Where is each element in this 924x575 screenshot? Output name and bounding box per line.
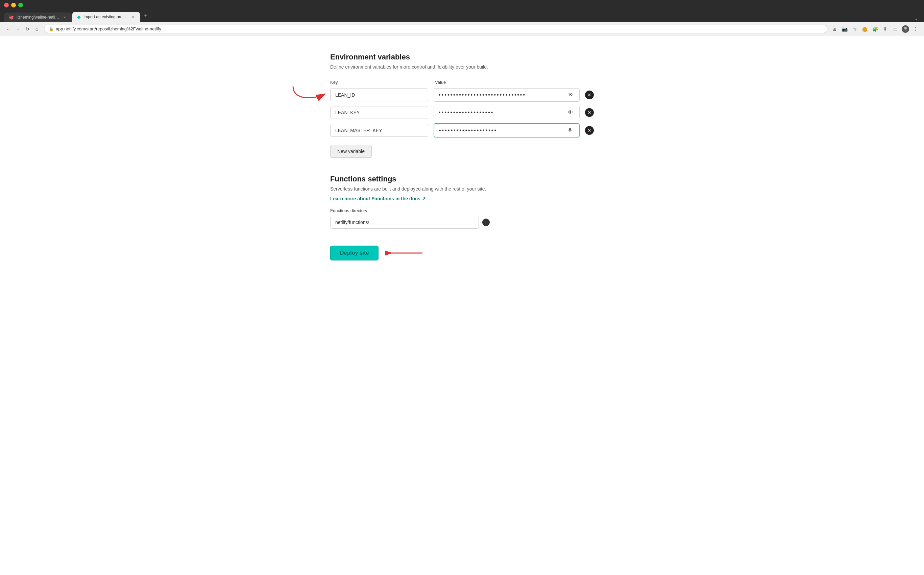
close-button[interactable] (4, 3, 9, 8)
tabs-bar: 🐙 lizheming/waline-netlify: An W ✕ ◆ Imp… (4, 10, 920, 22)
functions-section-title: Functions settings (330, 175, 594, 183)
chrome-icon[interactable]: ⬤ (861, 25, 868, 33)
env-row-3: •••••••••••••••••••• 👁 ✕ (330, 123, 594, 138)
env-section-desc: Define environment variables for more co… (330, 64, 594, 70)
env-column-headers: Key Value (330, 80, 594, 85)
new-tab-button[interactable]: + (141, 10, 151, 22)
avatar-icon[interactable]: 无 (902, 25, 909, 33)
star-icon[interactable]: ☆ (851, 25, 859, 33)
arrow-indicator-1: •••••••••••••••••••••••••••••• 👁 ✕ •••••… (330, 88, 594, 138)
env-key-input-1[interactable] (330, 89, 428, 102)
env-val-dots-3: •••••••••••••••••••• (439, 127, 566, 133)
new-variable-button[interactable]: New variable (330, 145, 372, 158)
maximize-button[interactable] (18, 3, 23, 8)
functions-settings-section: Functions settings Serverless functions … (330, 175, 594, 229)
functions-docs-link[interactable]: Learn more about Functions in the docs ↗ (330, 196, 426, 201)
camera-off-icon[interactable]: 📷 (841, 25, 848, 33)
tab-active[interactable]: ◆ Import an existing project from ✕ (72, 12, 140, 22)
env-section-title: Environment variables (330, 53, 594, 62)
home-button[interactable]: ⌂ (33, 25, 41, 33)
url-bar[interactable]: 🔒 app.netlify.com/start/repos/lizheming%… (44, 25, 827, 33)
functions-input-row: i (330, 216, 594, 229)
window-controls: ⌄ (913, 14, 920, 22)
remove-row-1[interactable]: ✕ (585, 91, 594, 99)
extension-icon[interactable]: 🧩 (871, 25, 879, 33)
deploy-section: Deploy site (330, 246, 594, 260)
url-text: app.netlify.com/start/repos/lizheming%2F… (56, 26, 161, 32)
download-icon[interactable]: ⬇ (881, 25, 889, 33)
functions-dir-label: Functions directory (330, 208, 594, 213)
red-arrow-deploy (385, 246, 426, 260)
cast-icon[interactable]: ▭ (892, 25, 899, 33)
env-row-1: •••••••••••••••••••••••••••••• 👁 ✕ (330, 88, 594, 102)
page-inner: Environment variables Define environment… (310, 36, 614, 288)
tab-title-active: Import an existing project from (83, 14, 128, 19)
env-val-input-2: ••••••••••••••••••• 👁 (434, 106, 580, 119)
functions-section-desc: Serverless functions are built and deplo… (330, 186, 594, 192)
value-column-label: Value (435, 80, 594, 85)
traffic-lights (4, 3, 920, 8)
back-button[interactable]: ← (5, 25, 12, 33)
env-key-input-3[interactable] (330, 124, 428, 137)
env-key-input-2[interactable] (330, 106, 428, 119)
minimize-button[interactable] (11, 3, 16, 8)
info-icon[interactable]: i (482, 219, 490, 226)
browser-chrome: 🐙 lizheming/waline-netlify: An W ✕ ◆ Imp… (0, 0, 924, 22)
env-val-dots-1: •••••••••••••••••••••••••••••• (439, 92, 566, 98)
env-variables-section: Environment variables Define environment… (330, 53, 594, 158)
page-content: Environment variables Define environment… (0, 36, 924, 575)
tab-close-active[interactable]: ✕ (130, 14, 135, 19)
tab-inactive[interactable]: 🐙 lizheming/waline-netlify: An W ✕ (4, 13, 72, 22)
toggle-visibility-1[interactable]: 👁 (566, 92, 574, 98)
nav-buttons: ← → ↻ ⌂ (5, 25, 41, 33)
github-icon: 🐙 (9, 15, 14, 20)
lock-icon: 🔒 (49, 27, 54, 31)
env-row-2: ••••••••••••••••••• 👁 ✕ (330, 106, 594, 119)
netlify-icon: ◆ (77, 14, 81, 20)
key-column-label: Key (330, 80, 428, 85)
remove-row-2[interactable]: ✕ (585, 108, 594, 117)
red-arrow-env (286, 83, 330, 103)
deploy-site-button[interactable]: Deploy site (330, 246, 379, 260)
tab-close-inactive[interactable]: ✕ (62, 15, 67, 20)
toggle-visibility-2[interactable]: 👁 (566, 110, 574, 116)
tab-title-inactive: lizheming/waline-netlify: An W (17, 15, 59, 20)
toolbar-icons: ⊞ 📷 ☆ ⬤ 🧩 ⬇ ▭ 无 ⋮ (831, 25, 919, 33)
address-bar: ← → ↻ ⌂ 🔒 app.netlify.com/start/repos/li… (0, 22, 924, 36)
remove-row-3[interactable]: ✕ (585, 126, 594, 135)
refresh-button[interactable]: ↻ (24, 25, 31, 33)
forward-button[interactable]: → (14, 25, 22, 33)
env-val-input-3: •••••••••••••••••••• 👁 (434, 123, 580, 138)
toggle-visibility-3[interactable]: 👁 (566, 127, 574, 133)
env-val-dots-2: ••••••••••••••••••• (439, 110, 566, 116)
menu-icon[interactable]: ⋮ (912, 25, 919, 33)
env-val-input-1: •••••••••••••••••••••••••••••• 👁 (434, 88, 580, 102)
translate-icon[interactable]: ⊞ (831, 25, 838, 33)
functions-dir-input[interactable] (330, 216, 479, 229)
